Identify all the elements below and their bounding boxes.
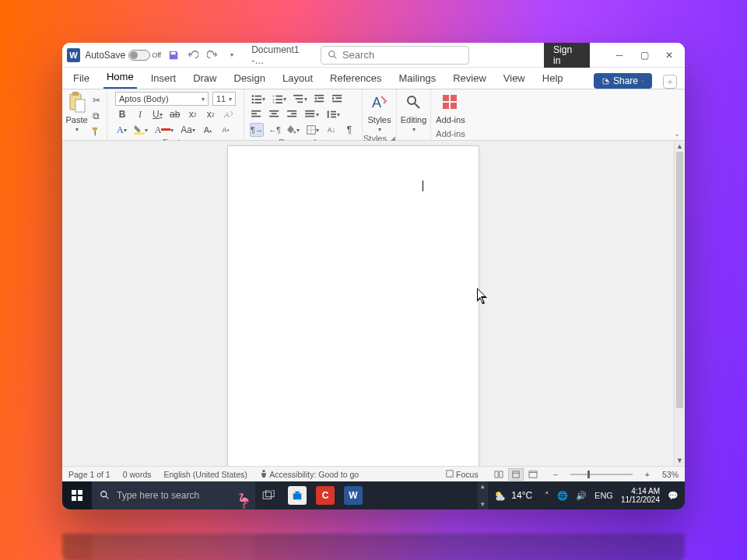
close-button[interactable]: ✕ — [658, 46, 680, 65]
save-button[interactable] — [166, 47, 181, 63]
align-center-button[interactable] — [268, 107, 282, 121]
styles-icon: A — [370, 93, 389, 112]
font-name-combo[interactable]: Aptos (Body)▾ — [115, 92, 209, 106]
align-right-button[interactable] — [286, 107, 300, 121]
align-left-button[interactable] — [250, 107, 264, 121]
strikethrough-button[interactable]: ab — [168, 107, 182, 121]
tab-references[interactable]: References — [327, 69, 384, 89]
cut-button[interactable]: ✂ — [89, 93, 103, 107]
outdent-icon — [314, 94, 325, 103]
shading-button[interactable]: ▾ — [286, 123, 301, 137]
status-language[interactable]: English (United States) — [163, 470, 247, 479]
taskbar-scroll[interactable]: ▲▼ — [478, 481, 487, 509]
input-language[interactable]: ENG — [594, 491, 613, 500]
paste-button[interactable]: Paste ▾ — [65, 92, 87, 133]
tab-draw[interactable]: Draw — [190, 69, 219, 89]
italic-button[interactable]: I — [133, 107, 147, 121]
document-title[interactable]: Document1 -… — [251, 44, 311, 66]
sort-button[interactable]: A↓ — [324, 123, 338, 137]
autosave-control[interactable]: AutoSave Off — [85, 50, 161, 61]
format-painter-button[interactable] — [89, 124, 103, 138]
focus-mode-button[interactable]: Focus — [446, 470, 479, 479]
underline-button[interactable]: U▾ — [151, 107, 164, 121]
grow-font-button[interactable]: A▴ — [201, 123, 215, 137]
tab-insert[interactable]: Insert — [148, 69, 180, 89]
increase-indent-button[interactable] — [331, 92, 345, 106]
qat-customize-button[interactable]: ▾ — [224, 47, 239, 63]
show-marks-button[interactable]: ¶ — [342, 123, 356, 137]
editing-button[interactable]: Editing ▾ — [401, 92, 427, 133]
tab-home[interactable]: Home — [103, 68, 137, 89]
search-input[interactable]: Search — [321, 46, 469, 65]
shrink-font-button[interactable]: A▾ — [219, 123, 233, 137]
share-button[interactable]: Share ▾ — [594, 73, 652, 89]
justify-button[interactable]: ▾ — [303, 107, 321, 121]
taskbar-search[interactable]: Type here to search 🦩 — [92, 481, 255, 509]
web-layout-button[interactable] — [525, 468, 541, 481]
zoom-out-button[interactable]: − — [553, 470, 558, 479]
minimize-button[interactable]: ─ — [608, 46, 630, 65]
styles-button[interactable]: A Styles ▾ — [368, 92, 391, 133]
notifications-button[interactable]: 💬 — [668, 491, 679, 501]
clock-button[interactable]: 4:14 AM 11/12/2024 — [621, 487, 660, 504]
zoom-in-button[interactable]: + — [645, 470, 650, 479]
copilot-button[interactable]: ✧ — [663, 75, 677, 89]
font-size-combo[interactable]: 11▾ — [212, 92, 236, 106]
network-icon[interactable]: 🌐 — [557, 491, 568, 501]
recorder-app-button[interactable]: C — [311, 481, 339, 509]
scroll-up-button[interactable]: ▲ — [675, 141, 685, 152]
zoom-slider[interactable] — [570, 474, 633, 475]
tab-layout[interactable]: Layout — [279, 69, 316, 89]
copy-button[interactable]: ⧉ — [89, 109, 103, 123]
scroll-thumb[interactable] — [676, 152, 683, 408]
change-case-button[interactable]: Aa▾ — [179, 123, 197, 137]
ribbon-collapse-button[interactable]: ⌄ — [674, 129, 680, 138]
tab-view[interactable]: View — [500, 69, 528, 89]
highlight-button[interactable]: ▾ — [132, 123, 149, 137]
numbering-button[interactable]: 123▾ — [271, 92, 288, 106]
windows-taskbar: Type here to search 🦩 C W ▲▼ 14°C ˄ 🌐 🔊 … — [62, 481, 685, 509]
status-words[interactable]: 0 words — [123, 470, 152, 479]
read-mode-button[interactable] — [491, 468, 507, 481]
svg-rect-41 — [331, 111, 336, 113]
redo-button[interactable] — [205, 47, 219, 63]
scroll-down-button[interactable]: ▼ — [675, 455, 685, 466]
signin-button[interactable]: Sign in — [544, 43, 590, 69]
clear-formatting-button[interactable]: A — [222, 107, 236, 121]
tab-design[interactable]: Design — [231, 69, 268, 89]
borders-button[interactable]: ▾ — [305, 123, 321, 137]
print-layout-button[interactable] — [508, 468, 524, 481]
maximize-button[interactable]: ▢ — [633, 46, 655, 65]
undo-button[interactable] — [185, 47, 200, 63]
tab-file[interactable]: File — [70, 69, 93, 89]
status-accessibility[interactable]: Accessibility: Good to go — [260, 470, 359, 479]
volume-icon[interactable]: 🔊 — [576, 491, 587, 501]
ltr-button[interactable]: ¶→ — [250, 123, 264, 137]
zoom-level[interactable]: 53% — [662, 470, 679, 479]
tab-mailings[interactable]: Mailings — [396, 69, 440, 89]
font-color-style-button[interactable]: A▾ — [115, 123, 128, 137]
superscript-button[interactable]: x2 — [204, 107, 218, 121]
vertical-scrollbar[interactable]: ▲ ▼ — [674, 141, 685, 466]
bold-button[interactable]: B — [115, 107, 129, 121]
tab-help[interactable]: Help — [539, 69, 566, 89]
tab-review[interactable]: Review — [450, 69, 489, 89]
document-page[interactable] — [227, 145, 479, 466]
start-button[interactable] — [62, 481, 92, 509]
line-spacing-button[interactable]: ▾ — [324, 107, 342, 121]
bullets-button[interactable]: ▾ — [250, 92, 267, 106]
font-color-button[interactable]: A▾ — [153, 123, 176, 137]
multilevel-list-button[interactable]: ▾ — [292, 92, 309, 106]
decrease-indent-button[interactable] — [313, 92, 327, 106]
tray-chevron-button[interactable]: ˄ — [545, 491, 549, 501]
task-view-button[interactable] — [255, 481, 283, 509]
status-page[interactable]: Page 1 of 1 — [68, 470, 110, 479]
word-app-button[interactable]: W — [339, 481, 367, 509]
rtl-button[interactable]: ←¶ — [268, 123, 282, 137]
addins-button[interactable]: Add-ins — [436, 92, 465, 124]
store-app-button[interactable] — [283, 481, 311, 509]
document-area[interactable]: ▲ ▼ — [62, 141, 685, 466]
subscript-button[interactable]: x2 — [186, 107, 200, 121]
svg-rect-38 — [305, 113, 314, 114]
weather-widget[interactable]: 14°C — [487, 481, 538, 509]
